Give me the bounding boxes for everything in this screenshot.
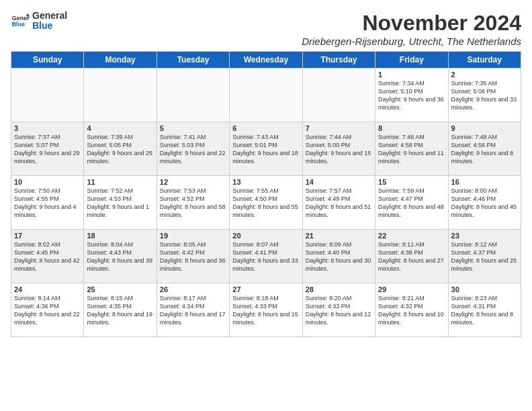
weekday-header-wednesday: Wednesday [230, 52, 302, 68]
day-info: Sunrise: 7:53 AM Sunset: 4:52 PM Dayligh… [160, 187, 226, 220]
svg-text:Blue: Blue [11, 21, 25, 28]
calendar-week-row: 17Sunrise: 8:02 AM Sunset: 4:45 PM Dayli… [11, 230, 521, 283]
day-number: 26 [160, 285, 226, 293]
calendar-cell: 10Sunrise: 7:50 AM Sunset: 4:55 PM Dayli… [11, 176, 84, 230]
day-number: 1 [378, 71, 445, 79]
weekday-header-tuesday: Tuesday [157, 52, 229, 68]
day-info: Sunrise: 7:43 AM Sunset: 5:01 PM Dayligh… [232, 133, 299, 166]
day-info: Sunrise: 7:59 AM Sunset: 4:47 PM Dayligh… [378, 187, 445, 220]
day-number: 23 [451, 232, 518, 240]
calendar-week-row: 3Sunrise: 7:37 AM Sunset: 5:07 PM Daylig… [11, 122, 521, 176]
calendar-cell: 23Sunrise: 8:12 AM Sunset: 4:37 PM Dayli… [448, 230, 521, 283]
calendar-cell: 28Sunrise: 8:20 AM Sunset: 4:33 PM Dayli… [302, 283, 375, 337]
day-number: 22 [378, 232, 445, 240]
calendar-cell: 26Sunrise: 8:17 AM Sunset: 4:34 PM Dayli… [157, 283, 229, 337]
calendar-cell: 17Sunrise: 8:02 AM Sunset: 4:45 PM Dayli… [11, 230, 84, 283]
location-subtitle: Driebergen-Rijsenburg, Utrecht, The Neth… [302, 36, 521, 47]
day-info: Sunrise: 8:07 AM Sunset: 4:41 PM Dayligh… [232, 240, 299, 273]
day-number: 13 [232, 178, 299, 186]
day-info: Sunrise: 8:14 AM Sunset: 4:36 PM Dayligh… [14, 294, 81, 327]
day-number: 29 [378, 285, 445, 293]
logo-general-text: General [32, 11, 67, 21]
day-info: Sunrise: 8:17 AM Sunset: 4:34 PM Dayligh… [160, 294, 226, 327]
calendar-cell: 13Sunrise: 7:55 AM Sunset: 4:50 PM Dayli… [230, 176, 302, 230]
month-year-title: November 2024 [302, 11, 521, 36]
calendar-cell: 12Sunrise: 7:53 AM Sunset: 4:52 PM Dayli… [157, 176, 229, 230]
day-number: 25 [87, 285, 153, 293]
day-info: Sunrise: 8:12 AM Sunset: 4:37 PM Dayligh… [451, 240, 518, 273]
calendar-cell [157, 68, 229, 122]
day-number: 2 [451, 71, 518, 79]
weekday-header-monday: Monday [84, 52, 157, 68]
day-info: Sunrise: 8:05 AM Sunset: 4:42 PM Dayligh… [160, 240, 226, 273]
day-number: 19 [160, 232, 226, 240]
weekday-header-friday: Friday [375, 52, 448, 68]
day-number: 14 [306, 178, 372, 186]
day-info: Sunrise: 8:20 AM Sunset: 4:33 PM Dayligh… [306, 294, 372, 327]
calendar-cell: 19Sunrise: 8:05 AM Sunset: 4:42 PM Dayli… [157, 230, 229, 283]
calendar-cell: 6Sunrise: 7:43 AM Sunset: 5:01 PM Daylig… [230, 122, 302, 176]
day-info: Sunrise: 8:09 AM Sunset: 4:40 PM Dayligh… [306, 240, 372, 273]
calendar-cell: 8Sunrise: 7:46 AM Sunset: 4:58 PM Daylig… [375, 122, 448, 176]
day-number: 28 [306, 285, 372, 293]
calendar-cell: 18Sunrise: 8:04 AM Sunset: 4:43 PM Dayli… [84, 230, 157, 283]
day-number: 7 [306, 124, 372, 132]
day-number: 20 [232, 232, 299, 240]
day-info: Sunrise: 8:23 AM Sunset: 4:31 PM Dayligh… [451, 294, 518, 327]
calendar-cell [230, 68, 302, 122]
day-info: Sunrise: 7:39 AM Sunset: 5:05 PM Dayligh… [87, 133, 153, 166]
calendar-cell: 14Sunrise: 7:57 AM Sunset: 4:49 PM Dayli… [302, 176, 375, 230]
logo-icon: General Blue [11, 11, 30, 30]
calendar-cell: 22Sunrise: 8:11 AM Sunset: 4:38 PM Dayli… [375, 230, 448, 283]
day-info: Sunrise: 7:55 AM Sunset: 4:50 PM Dayligh… [232, 187, 299, 220]
calendar-cell: 1Sunrise: 7:34 AM Sunset: 5:10 PM Daylig… [375, 68, 448, 122]
calendar-cell: 30Sunrise: 8:23 AM Sunset: 4:31 PM Dayli… [448, 283, 521, 337]
calendar-cell: 4Sunrise: 7:39 AM Sunset: 5:05 PM Daylig… [84, 122, 157, 176]
calendar-cell: 24Sunrise: 8:14 AM Sunset: 4:36 PM Dayli… [11, 283, 84, 337]
weekday-header-sunday: Sunday [11, 52, 84, 68]
day-number: 11 [87, 178, 153, 186]
calendar-cell: 25Sunrise: 8:15 AM Sunset: 4:35 PM Dayli… [84, 283, 157, 337]
day-number: 18 [87, 232, 153, 240]
day-number: 16 [451, 178, 518, 186]
day-info: Sunrise: 7:34 AM Sunset: 5:10 PM Dayligh… [378, 79, 445, 112]
day-info: Sunrise: 8:21 AM Sunset: 4:32 PM Dayligh… [378, 294, 445, 327]
calendar-cell: 9Sunrise: 7:48 AM Sunset: 4:56 PM Daylig… [448, 122, 521, 176]
day-number: 30 [451, 285, 518, 293]
day-number: 8 [378, 124, 445, 132]
day-info: Sunrise: 8:18 AM Sunset: 4:33 PM Dayligh… [232, 294, 299, 327]
calendar-cell: 2Sunrise: 7:35 AM Sunset: 5:08 PM Daylig… [448, 68, 521, 122]
calendar-cell [302, 68, 375, 122]
day-number: 10 [14, 178, 81, 186]
calendar-cell [11, 68, 84, 122]
day-number: 3 [14, 124, 81, 132]
day-number: 21 [306, 232, 372, 240]
day-info: Sunrise: 7:46 AM Sunset: 4:58 PM Dayligh… [378, 133, 445, 166]
day-info: Sunrise: 8:00 AM Sunset: 4:46 PM Dayligh… [451, 187, 518, 220]
calendar-week-row: 24Sunrise: 8:14 AM Sunset: 4:36 PM Dayli… [11, 283, 521, 337]
calendar-cell: 29Sunrise: 8:21 AM Sunset: 4:32 PM Dayli… [375, 283, 448, 337]
calendar-cell: 7Sunrise: 7:44 AM Sunset: 5:00 PM Daylig… [302, 122, 375, 176]
weekday-header-row: SundayMondayTuesdayWednesdayThursdayFrid… [11, 52, 521, 68]
day-info: Sunrise: 7:48 AM Sunset: 4:56 PM Dayligh… [451, 133, 518, 166]
weekday-header-saturday: Saturday [448, 52, 521, 68]
calendar-cell: 21Sunrise: 8:09 AM Sunset: 4:40 PM Dayli… [302, 230, 375, 283]
calendar-cell [84, 68, 157, 122]
day-info: Sunrise: 8:15 AM Sunset: 4:35 PM Dayligh… [87, 294, 153, 327]
calendar-table: SundayMondayTuesdayWednesdayThursdayFrid… [11, 51, 521, 337]
weekday-header-thursday: Thursday [302, 52, 375, 68]
day-number: 12 [160, 178, 226, 186]
calendar-cell: 15Sunrise: 7:59 AM Sunset: 4:47 PM Dayli… [375, 176, 448, 230]
calendar-cell: 20Sunrise: 8:07 AM Sunset: 4:41 PM Dayli… [230, 230, 302, 283]
day-info: Sunrise: 7:57 AM Sunset: 4:49 PM Dayligh… [306, 187, 372, 220]
day-number: 27 [232, 285, 299, 293]
calendar-cell: 5Sunrise: 7:41 AM Sunset: 5:03 PM Daylig… [157, 122, 229, 176]
calendar-week-row: 1Sunrise: 7:34 AM Sunset: 5:10 PM Daylig… [11, 68, 521, 122]
day-number: 6 [232, 124, 299, 132]
calendar-cell: 3Sunrise: 7:37 AM Sunset: 5:07 PM Daylig… [11, 122, 84, 176]
day-info: Sunrise: 8:11 AM Sunset: 4:38 PM Dayligh… [378, 240, 445, 273]
day-info: Sunrise: 8:04 AM Sunset: 4:43 PM Dayligh… [87, 240, 153, 273]
logo-blue-text: Blue [32, 21, 67, 31]
day-info: Sunrise: 7:44 AM Sunset: 5:00 PM Dayligh… [306, 133, 372, 166]
day-info: Sunrise: 8:02 AM Sunset: 4:45 PM Dayligh… [14, 240, 81, 273]
